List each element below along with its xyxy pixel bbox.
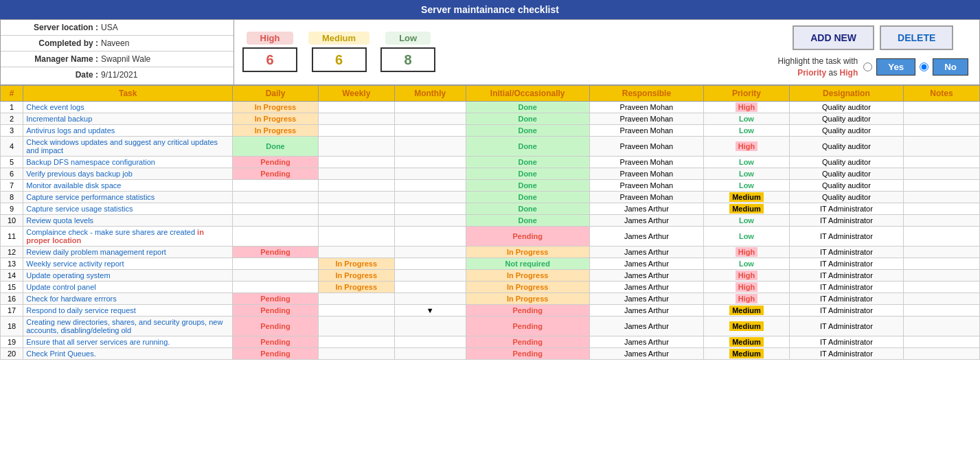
cell-responsible: Praveen Mohan	[589, 156, 703, 168]
manager-name-label: Manager Name :	[5, 54, 101, 64]
cell-responsible: James Arthur	[589, 336, 703, 347]
cell-num: 10	[1, 214, 23, 226]
cell-notes	[904, 316, 980, 336]
priority-high-group: High 6	[242, 32, 297, 72]
cell-responsible: James Arthur	[589, 316, 703, 336]
cell-monthly	[394, 203, 466, 214]
cell-daily: Done	[233, 136, 319, 156]
cell-task: Check Print Queues.	[23, 347, 233, 359]
cell-monthly	[394, 136, 466, 156]
add-new-button[interactable]: ADD NEW	[793, 25, 874, 50]
cell-designation: Quality auditor	[789, 124, 903, 136]
cell-task: Review daily problem management report	[23, 246, 233, 257]
cell-initial: Pending	[466, 226, 589, 246]
cell-task: Creating new directories, shares, and se…	[23, 316, 233, 336]
cell-priority: High	[704, 269, 790, 281]
cell-notes	[904, 246, 980, 257]
cell-num: 2	[1, 113, 23, 124]
cell-daily	[233, 257, 319, 269]
cell-task: Complaince check - make sure shares are …	[23, 226, 233, 246]
cell-initial: Pending	[466, 347, 589, 359]
radio-no[interactable]	[920, 62, 928, 71]
cell-monthly	[394, 226, 466, 246]
cell-daily: In Progress	[233, 113, 319, 124]
cell-designation: IT Administrator	[789, 304, 903, 316]
cell-num: 16	[1, 293, 23, 304]
cell-task: Update operating system	[23, 269, 233, 281]
table-row: 7 Monitor available disk space Done Prav…	[1, 179, 980, 191]
cell-daily	[233, 179, 319, 191]
radio-yes[interactable]	[863, 62, 872, 71]
table-row: 15 Update control panel In Progress In P…	[1, 281, 980, 293]
cell-notes	[904, 214, 980, 226]
cell-daily: In Progress	[233, 101, 319, 113]
cell-priority: Medium	[704, 347, 790, 359]
cell-task: Ensure that all server services are runn…	[23, 336, 233, 347]
server-location-label: Server location :	[5, 23, 101, 32]
cell-monthly	[394, 101, 466, 113]
yes-button[interactable]: Yes	[876, 58, 915, 76]
cell-priority: High	[704, 136, 790, 156]
cell-initial: Not required	[466, 257, 589, 269]
cell-notes	[904, 281, 980, 293]
cell-num: 19	[1, 336, 23, 347]
cell-daily: Pending	[233, 316, 319, 336]
cell-responsible: James Arthur	[589, 269, 703, 281]
cell-weekly	[318, 246, 394, 257]
cell-weekly: In Progress	[318, 257, 394, 269]
cell-monthly	[394, 156, 466, 168]
cell-notes	[904, 113, 980, 124]
date-label: Date :	[5, 70, 101, 80]
cell-task: Update control panel	[23, 281, 233, 293]
cell-daily	[233, 203, 319, 214]
cell-notes	[904, 226, 980, 246]
priority-medium-count: 6	[312, 47, 367, 72]
cell-priority: Medium	[704, 336, 790, 347]
cell-initial: In Progress	[466, 293, 589, 304]
cell-notes	[904, 101, 980, 113]
cell-designation: IT Administrator	[789, 203, 903, 214]
cell-notes	[904, 124, 980, 136]
cell-num: 13	[1, 257, 23, 269]
cell-initial: In Progress	[466, 281, 589, 293]
cell-responsible: James Arthur	[589, 257, 703, 269]
cell-designation: IT Administrator	[789, 347, 903, 359]
completed-by-row: Completed by : Naveen	[1, 36, 233, 51]
cell-notes	[904, 347, 980, 359]
cell-priority: Low	[704, 257, 790, 269]
cell-responsible: Praveen Mohan	[589, 191, 703, 203]
cell-responsible: James Arthur	[589, 214, 703, 226]
cell-initial: Done	[466, 156, 589, 168]
cell-initial: Done	[466, 203, 589, 214]
cell-monthly: ▼	[394, 304, 466, 316]
no-button[interactable]: No	[933, 58, 968, 76]
cell-task: Monitor available disk space	[23, 179, 233, 191]
table-row: 8 Capture service performance statistics…	[1, 191, 980, 203]
table-row: 4 Check windows updates and suggest any …	[1, 136, 980, 156]
cell-task: Weekly service activity report	[23, 257, 233, 269]
cell-monthly	[394, 246, 466, 257]
cell-notes	[904, 156, 980, 168]
cell-monthly	[394, 191, 466, 203]
table-row: 10 Review quota levels Done James Arthur…	[1, 214, 980, 226]
cell-initial: Pending	[466, 336, 589, 347]
cell-num: 12	[1, 246, 23, 257]
cell-monthly	[394, 269, 466, 281]
cell-initial: Pending	[466, 316, 589, 336]
cell-designation: IT Administrator	[789, 214, 903, 226]
cell-designation: IT Administrator	[789, 226, 903, 246]
cell-initial: Done	[466, 136, 589, 156]
delete-button[interactable]: DELETE	[880, 25, 953, 50]
cell-num: 18	[1, 316, 23, 336]
cell-daily	[233, 269, 319, 281]
cell-priority: Low	[704, 214, 790, 226]
table-row: 19 Ensure that all server services are r…	[1, 336, 980, 347]
cell-responsible: James Arthur	[589, 203, 703, 214]
table-row: 5 Backup DFS namespace configuration Pen…	[1, 156, 980, 168]
cell-priority: High	[704, 281, 790, 293]
cell-task: Antivirus logs and updates	[23, 124, 233, 136]
cell-task: Capture service usage statistics	[23, 203, 233, 214]
cell-daily: Pending	[233, 293, 319, 304]
priority-area: High 6 Medium 6 Low 8	[234, 20, 767, 84]
table-row: 2 Incremental backup In Progress Done Pr…	[1, 113, 980, 124]
